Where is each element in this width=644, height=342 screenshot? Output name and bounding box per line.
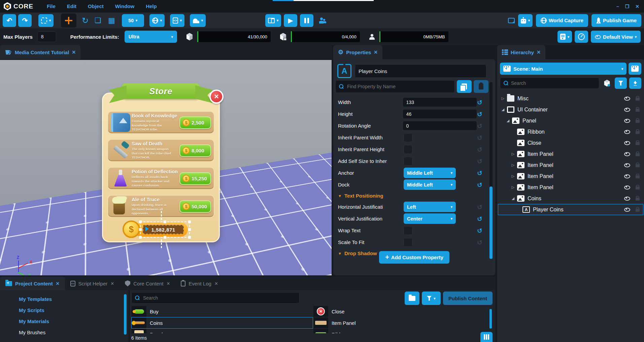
reset-icon[interactable]: ↺ — [477, 158, 482, 165]
hierarchy-node-item-panel[interactable]: ▷ Item Panel — [498, 171, 643, 182]
pause-button[interactable] — [300, 14, 313, 27]
lock-icon[interactable] — [636, 153, 640, 156]
reset-icon[interactable]: ↺ — [477, 215, 482, 223]
play-button[interactable]: ▶ — [284, 14, 297, 27]
redo-button[interactable]: ↷ — [18, 14, 32, 27]
expander-expanded-icon[interactable]: ◢ — [500, 107, 506, 112]
inherit-parent-height-checkbox[interactable] — [404, 145, 412, 154]
publish-game-button[interactable]: Publish Game — [591, 14, 641, 27]
add-self-size-checkbox[interactable] — [404, 157, 412, 166]
hierarchy-node-close[interactable]: Close — [498, 137, 643, 148]
viewport-tab[interactable]: Media Content Tutorial ✕ — [0, 45, 80, 59]
anchor-dropdown[interactable]: Middle Left▾ — [404, 168, 456, 178]
performance-limits-dropdown[interactable]: Ultra▾ — [125, 31, 177, 43]
asset-tile-buy[interactable]: Buy — [131, 306, 313, 317]
asset-filter-dropdown[interactable]: ▾ — [422, 292, 441, 305]
visibility-eye-icon[interactable] — [624, 97, 630, 101]
reset-icon[interactable]: ↺ — [477, 99, 482, 106]
viewport-tab-close-icon[interactable]: ✕ — [72, 49, 76, 55]
lock-icon[interactable] — [636, 209, 640, 212]
sidebar-item-my-scripts[interactable]: My Scripts — [0, 305, 128, 316]
lock-icon[interactable] — [636, 198, 640, 201]
reset-icon[interactable]: ↺ — [477, 239, 482, 246]
vertical-justification-dropdown[interactable]: Center▾ — [404, 213, 456, 224]
dock-dropdown[interactable]: Middle Left▾ — [404, 179, 456, 190]
reset-icon[interactable]: ↺ — [477, 122, 482, 130]
asset-tile-close[interactable]: ✕ Close — [313, 306, 492, 317]
default-view-dropdown[interactable]: Default View ▾ — [591, 31, 641, 43]
menu-window[interactable]: Window — [115, 3, 134, 9]
close-window-button[interactable]: ✕ — [635, 4, 639, 9]
publish-content-button[interactable]: Publish Content — [443, 292, 493, 305]
hierarchy-node-coins[interactable]: ◢ Coins — [498, 193, 643, 204]
lock-icon[interactable] — [636, 109, 640, 112]
visibility-eye-icon[interactable] — [624, 185, 630, 190]
hierarchy-tab[interactable]: Hierarchy ✕ — [497, 45, 545, 59]
selection-mode-dropdown[interactable]: ▾ — [38, 14, 54, 27]
expander-expanded-icon[interactable]: ◢ — [510, 196, 516, 201]
reset-icon[interactable]: ↺ — [477, 169, 482, 177]
reset-icon[interactable]: ↺ — [477, 203, 482, 211]
tab-close-icon[interactable]: ✕ — [56, 281, 60, 286]
visibility-eye-icon[interactable] — [624, 163, 630, 167]
section-text-positioning[interactable]: ▼ Text Positioning — [338, 191, 482, 201]
asset-search-field[interactable] — [131, 292, 300, 304]
network-context-cube-icon[interactable] — [602, 79, 612, 87]
expander-collapsed-icon[interactable]: ▷ — [510, 185, 516, 190]
tab-close-icon[interactable]: ✕ — [214, 281, 218, 286]
inherit-parent-width-checkbox[interactable] — [404, 133, 412, 142]
max-players-input[interactable] — [37, 31, 56, 42]
hierarchy-filter-button[interactable] — [615, 77, 627, 89]
store-item-row[interactable]: Saw of Death The only known weapon that … — [107, 139, 214, 162]
object-name-input[interactable] — [355, 64, 486, 78]
hierarchy-node-item-panel[interactable]: ▷ Item Panel — [498, 182, 643, 193]
grid-view-button[interactable] — [480, 332, 493, 342]
hierarchy-node-panel[interactable]: ◢ Panel — [498, 115, 643, 126]
scene-manager-button[interactable] — [629, 63, 641, 75]
asset-scrollbar[interactable] — [489, 309, 492, 329]
asset-tile-ribbon[interactable]: Ribbon — [313, 329, 492, 333]
ai-assistant-dropdown[interactable]: ▾ — [518, 14, 533, 27]
sidebar-divider[interactable] — [129, 290, 130, 342]
rotate-tool-icon[interactable]: ↻ — [82, 16, 89, 25]
hierarchy-node-ribbon[interactable]: Ribbon — [498, 126, 643, 137]
hierarchy-search-input[interactable] — [511, 80, 596, 86]
tab-event-log[interactable]: Event Log ✕ — [175, 277, 223, 290]
terrain-dropdown[interactable]: ▾ — [190, 14, 206, 27]
sidebar-item-my-brushes[interactable]: My Brushes — [0, 327, 128, 338]
paste-properties-button[interactable] — [474, 80, 488, 93]
expander-collapsed-icon[interactable]: ▷ — [510, 152, 516, 156]
tab-core-content[interactable]: Core Content ✕ — [120, 277, 175, 290]
lock-icon[interactable] — [636, 164, 640, 167]
tab-close-icon[interactable]: ✕ — [166, 281, 170, 286]
height-input[interactable] — [403, 109, 477, 119]
visibility-eye-icon[interactable] — [624, 174, 630, 178]
world-capture-button[interactable]: World Capture — [536, 14, 588, 27]
visibility-eye-icon[interactable] — [624, 197, 630, 201]
property-search-field[interactable] — [335, 80, 455, 93]
lock-icon[interactable] — [636, 98, 640, 101]
add-custom-property-button[interactable]: + Add Custom Property — [379, 251, 449, 264]
tab-script-helper[interactable]: <> Script Helper ✕ — [65, 277, 120, 290]
world-settings-dropdown[interactable]: ▾ — [149, 14, 165, 27]
scale-to-fit-checkbox[interactable] — [404, 238, 412, 247]
reset-icon[interactable]: ↺ — [477, 227, 482, 234]
lock-icon[interactable] — [636, 186, 640, 190]
reset-icon[interactable]: ↺ — [477, 181, 482, 189]
sidebar-item-my-materials[interactable]: My Materials — [0, 316, 128, 327]
sidebar-item-my-templates[interactable]: My Templates — [0, 294, 128, 305]
scrollbar-thumb[interactable] — [489, 186, 493, 259]
script-dropdown[interactable]: <>▾ — [170, 14, 184, 27]
minimize-button[interactable]: – — [616, 4, 619, 9]
scene-dropdown[interactable]: Scene: Main ▾ — [500, 63, 626, 75]
buy-price-button[interactable]: $ 2,500 — [179, 116, 211, 129]
asset-tile-coins[interactable]: Coins — [131, 317, 313, 329]
buy-price-button[interactable]: $ 8,000 — [179, 144, 211, 157]
browse-folder-button[interactable] — [405, 292, 419, 305]
tab-project-content[interactable]: Project Content ✕ — [0, 277, 65, 290]
hierarchy-node-item-panel[interactable]: ▷ Item Panel — [498, 160, 643, 171]
preview-device-dropdown[interactable]: ▾ — [265, 14, 281, 27]
snap-size-dropdown[interactable]: 50▾ — [122, 14, 144, 27]
hierarchy-node-ui-container[interactable]: ◢ UI Container — [498, 104, 643, 115]
menu-object[interactable]: Object — [88, 3, 104, 9]
